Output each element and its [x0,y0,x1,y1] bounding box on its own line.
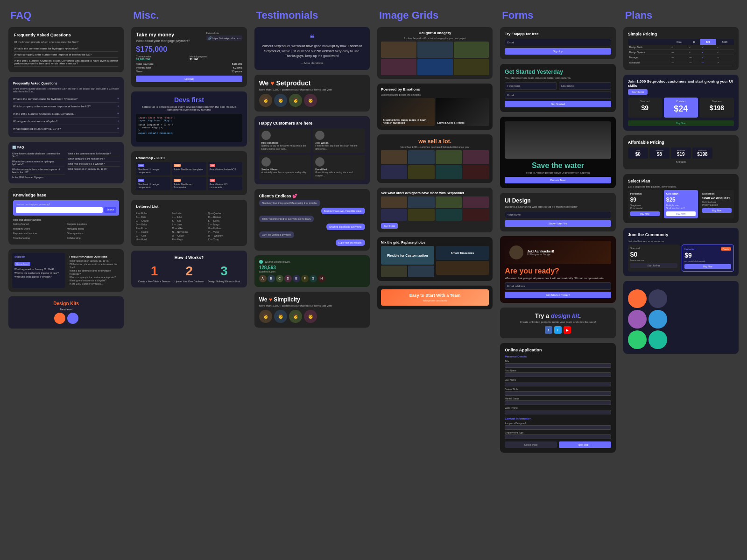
lastname-input[interactable] [505,382,611,386]
pricing-row: Design Tools ✓ ✓ ✓ ✓ [628,45,734,50]
list-item: O — Oscar [172,234,206,238]
clients-endless-title: Client's Endless 💕 [259,194,365,198]
next-step-btn[interactable]: Next Step → [559,441,611,448]
design-kit-card: Design Kits Next level [8,296,124,329]
kb-search-btn[interactable]: Search [104,207,116,213]
list-item: W — Whiskey [208,234,242,238]
color-circle-orange [628,289,647,308]
get-started-name-field[interactable]: First name [505,82,557,90]
kb-link[interactable]: Troubleshooting [13,237,65,240]
select-plan-title: Select Plan [628,179,734,183]
ready-btn[interactable]: Get Started Today ! [505,292,611,298]
buy-now-community-btn[interactable]: Buy Now [684,264,731,269]
list-col: I — India J — Juliet K — Kilo L — Lima M… [172,211,206,241]
youtube-icon[interactable]: ▶ [564,326,571,334]
start-free-btn[interactable]: Start for free [630,263,678,268]
support-left-title: Support [14,255,63,258]
pricing-row: Design System — ✓ ✓ ✓ [628,50,734,55]
community-plans: Standard $0 Free to start now Start for … [628,245,734,272]
color-row-1 [628,289,734,308]
designer-input[interactable] [505,425,611,430]
aff-price: $0 [630,152,646,157]
save-water-title: Save the water [505,161,611,170]
buy-now-featured-btn[interactable]: Buy Now [666,211,696,216]
pricing-col-free: Free [670,39,688,45]
testimonial-quote-card: ❝ Without Setproduct, we would have gone… [254,27,370,70]
kb-link[interactable]: Frequent questions [67,223,119,226]
faqapp-signup-btn[interactable]: Sign Up [505,48,611,55]
money-sub: What about your mortgage payment? [136,39,190,42]
comm-plan-unlimited: Unlimited Popular $9 per month billed an… [682,245,734,272]
money-btn[interactable]: Lookup [136,76,242,82]
plan-feature: Commercial [630,207,660,210]
kb-link[interactable]: Other questions [67,232,119,235]
cancel-btn[interactable]: Cancel Page [505,441,557,448]
kb-link[interactable]: Collaborating [67,237,119,240]
kb-link[interactable]: Managing Billing [67,227,119,231]
buy-now-btn[interactable]: Buy Now [702,208,732,213]
twitter-icon[interactable]: t [554,326,562,334]
heart-icon: ♥ [269,296,272,303]
form-row: Work Phone [505,406,611,414]
support-left-text: Which is the number one importer of beer… [14,272,63,274]
get-started-lastname-field[interactable]: Last name [559,82,611,90]
flex-small-cell [408,266,434,277]
plan-personal: Personal $9 Single use Commercial Buy No… [628,190,662,218]
get-started-btn[interactable]: Get Started [505,101,611,107]
kb-link[interactable]: Payments and Invoices [13,232,65,235]
save-water-btn[interactable]: Donate Now [505,177,611,183]
faq-row[interactable]: What is the common name for hydrogen hyd… [13,95,119,103]
dob-input[interactable] [505,391,611,396]
faq-col-right: What is the common name for hydroxide? W… [68,151,120,180]
form-row: Marital Status [505,397,611,405]
facebook-icon[interactable]: f [545,326,552,334]
aff-price: $198 [694,152,711,157]
get-started-email-field[interactable]: Email [505,91,611,99]
list-item: H — Hotel [136,238,170,241]
ui-design-btn[interactable]: Show Your Fire [505,220,611,227]
faq-row[interactable]: What happened on January 01, 1944? + [13,125,119,133]
step-3: 3 Design Nothing Without a Limit [208,264,240,283]
ui-design-title: Ui Design [505,197,611,204]
title-input[interactable] [505,363,611,368]
support-left-text: What happened on January 01, 1944? [14,268,63,271]
devs-first-title: Devs first [136,96,242,104]
kb-link[interactable]: Getting Started [13,223,65,226]
are-you-ready-card: Jeki Aanikacheri! UI Designer at Google … [500,236,615,303]
stat-val: 4.270% [233,66,242,69]
chat-bubble-left: Can't live without it anymore. [259,231,295,238]
kb-link[interactable]: Managing Users [13,227,65,231]
ui-design-field[interactable]: Your name [505,211,611,218]
support-right-q: Which company is the number one importer… [70,276,118,279]
happy-customers-card: Happy Customers are here Mike Hendricks … [254,116,370,184]
faq-row[interactable]: What type of creature is a Whydah? + [13,118,119,125]
faqapp-email-field[interactable]: Email [505,39,611,46]
buy-now-btn[interactable]: Buy Now [628,120,734,126]
kb-search-input[interactable] [16,207,103,213]
start-now-btn[interactable]: Start Now [628,89,648,95]
comm-plan-desc: per month billed annually [684,260,731,262]
marital-input[interactable] [505,400,611,405]
see-designs-btn[interactable]: Buy Now [381,223,398,229]
online-app-card: Online Application Personal Details Titl… [500,343,615,453]
faq-row[interactable]: Which company is the number one importer… [13,103,119,110]
roadmap-item: New Next level UI design components [136,177,170,190]
buy-now-btn[interactable]: Buy Now [630,211,660,216]
stat-val: 25 years [232,70,242,73]
roadmap-item: Hot React Native iOS components [208,177,242,190]
list-item: G — Golf [136,234,170,238]
ready-email-field[interactable]: Email address [505,282,611,290]
faq-row[interactable]: In the 1980 Summer Olympics, Nadia Coman… [13,110,119,118]
pricing-cell: ✓ [700,55,716,60]
flex-small-cell [381,266,407,277]
sell-cell [436,165,462,179]
firstname-input[interactable] [505,372,611,377]
phone-input[interactable] [505,410,611,414]
buyers-label: 128,563 Satisfied buyers [265,260,290,263]
delightful-sub: Explore Setproduct Kit a better Imagery … [381,37,489,40]
employment-input[interactable] [505,434,611,439]
plan-feature: Shall we discuss? [666,207,696,210]
faq-expand-desc: Of the known planets which one is neares… [13,87,119,93]
buyer-avatar: C [276,275,283,282]
heart-icon: ♥ [270,79,274,87]
